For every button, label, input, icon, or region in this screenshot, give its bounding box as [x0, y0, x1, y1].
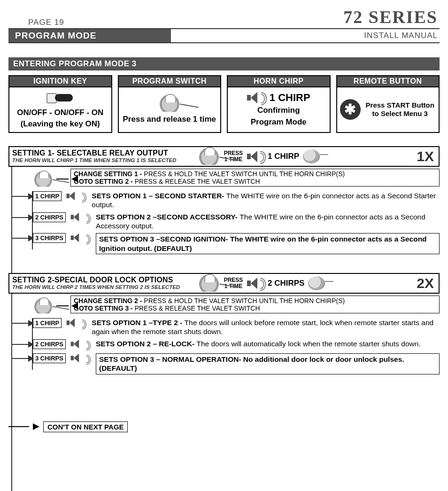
- option-text: SETS OPTION 3 – NORMAL OPERATION- No add…: [96, 353, 440, 374]
- option-row: 1 CHIRP SETS OPTION 1 – SECOND STARTER- …: [33, 191, 440, 210]
- mode-band: PROGRAM MODE: [8, 29, 171, 42]
- speaker-icon: [247, 151, 259, 162]
- soundwave-icon: [82, 192, 87, 201]
- program-switch-caption: Press and release 1 time: [123, 115, 216, 124]
- speaker-icon: [67, 191, 77, 200]
- option-chirp-tag: 2 CHIRPS: [33, 339, 66, 349]
- doc-type: INSTALL MANUAL: [364, 31, 440, 40]
- setting-title: SETTING 2-SPECIAL DOOR LOCK OPTIONS: [12, 276, 195, 284]
- horn-chirp-count: 1 CHIRP: [270, 92, 310, 104]
- valet-switch-icon: [199, 148, 219, 165]
- step-header: HORN CHIRP: [228, 76, 330, 87]
- soundwave-icon: [82, 319, 87, 328]
- speaker-icon: [247, 278, 259, 289]
- setting-options: 1 CHIRP SETS OPTION 1 –TYPE 2 - The door…: [33, 318, 440, 374]
- step-program-switch: PROGRAM SWITCH Press and release 1 time: [118, 75, 222, 133]
- soundwave-icon: [260, 151, 267, 162]
- option-text: SETS OPTION 2 – RE-LOCK- The doors will …: [96, 339, 440, 348]
- speaker-icon: [71, 339, 81, 348]
- valet-switch-icon: [34, 171, 53, 187]
- setting-title: SETTING 1- SELECTABLE RELAY OUTPUT: [12, 149, 195, 157]
- setting-header: SETTING 1- SELECTABLE RELAY OUTPUT THE H…: [8, 146, 440, 167]
- option-chirp-tag: 2 CHIRPS: [33, 212, 66, 222]
- step-header: PROGRAM SWITCH: [119, 76, 221, 87]
- section-title: ENTERING PROGRAM MODE 3: [8, 57, 440, 70]
- settings-tree: SETTING 1- SELECTABLE RELAY OUTPUT THE H…: [11, 146, 440, 491]
- soundwave-icon: [261, 92, 268, 103]
- arrow-right-icon: [28, 193, 34, 200]
- option-text: SETS OPTION 2 –SECOND ACCESSORY- The WHI…: [96, 212, 440, 231]
- key-icon: [46, 91, 74, 104]
- arrow-right-icon: [33, 423, 39, 430]
- remote-start-icon: ✱: [340, 99, 361, 120]
- remote-ball-icon: [303, 149, 320, 164]
- ignition-line2: (Leaving the key ON): [21, 119, 100, 129]
- press-label: PRESS1 TIME: [220, 150, 247, 163]
- arrow-right-icon: [28, 235, 34, 242]
- option-row: 3 CHIRPS SETS OPTION 3 –SECOND IGNITION-…: [33, 233, 440, 254]
- option-text: SETS OPTION 1 – SECOND STARTER- The WHIT…: [92, 191, 440, 210]
- arrow-right-icon: [28, 341, 34, 348]
- arrow-right-icon: [28, 320, 34, 327]
- step-remote-button: REMOTE BUTTON ✱ Press START Button to Se…: [336, 75, 440, 133]
- valet-switch-icon: [34, 298, 53, 313]
- setting-subtitle: THE HORN WILL CHIRP 2 TIMES WHEN SETTING…: [12, 284, 195, 290]
- arrow-right-icon: [28, 355, 34, 362]
- arrow-line: [56, 305, 69, 306]
- arrow-right-icon: [28, 214, 34, 221]
- option-row: 2 CHIRPS SETS OPTION 2 – RE-LOCK- The do…: [33, 339, 440, 351]
- arrow-line: [56, 179, 69, 179]
- arrow-line: [8, 426, 29, 427]
- speaker-icon: [247, 92, 259, 103]
- valet-switch-icon: [159, 95, 180, 112]
- setting-header: SETTING 2-SPECIAL DOOR LOCK OPTIONS THE …: [8, 273, 440, 294]
- soundwave-icon: [260, 278, 267, 289]
- count-label: 1X: [417, 148, 434, 164]
- setting-options: 1 CHIRP SETS OPTION 1 – SECOND STARTER- …: [33, 191, 440, 254]
- continue-label: CON'T ON NEXT PAGE: [43, 421, 128, 432]
- chirp-label: 2 CHIRPS: [268, 279, 304, 288]
- chirp-label: 1 CHIRP: [268, 152, 299, 161]
- change-instructions: CHANGE SETTING 1 - PRESS & HOLD THE VALE…: [70, 169, 440, 187]
- soundwave-icon: [86, 340, 91, 349]
- speaker-icon: [71, 353, 81, 362]
- option-text: SETS OPTION 3 –SECOND IGNITION- The WHIT…: [96, 233, 440, 254]
- step-header: IGNITION KEY: [9, 76, 111, 87]
- remote-ball-icon: [308, 276, 325, 290]
- change-instructions: CHANGE SETTING 2 - PRESS & HOLD THE VALE…: [70, 296, 440, 313]
- step-ignition-key: IGNITION KEY ON/OFF - ON/OFF - ON (Leavi…: [8, 75, 112, 133]
- soundwave-icon: [86, 354, 91, 363]
- speaker-icon: [71, 212, 81, 221]
- continue-next-page: CON'T ON NEXT PAGE: [8, 421, 440, 432]
- horn-chirp-line1: Confirming: [257, 106, 300, 115]
- series-title: 72 SERIES: [343, 7, 438, 27]
- step-header: REMOTE BUTTON: [337, 76, 439, 87]
- page-number: PAGE 19: [28, 18, 64, 27]
- speaker-icon: [67, 318, 77, 327]
- count-label: 2X: [417, 275, 434, 291]
- press-label: PRESS1 TIME: [220, 277, 247, 289]
- remote-button-text: Press START Button to Select Menu 3: [364, 101, 436, 118]
- option-row: 3 CHIRPS SETS OPTION 3 – NORMAL OPERATIO…: [33, 353, 440, 374]
- soundwave-icon: [86, 213, 91, 222]
- option-row: 2 CHIRPS SETS OPTION 2 –SECOND ACCESSORY…: [33, 212, 440, 231]
- option-chirp-tag: 3 CHIRPS: [33, 353, 66, 363]
- option-chirp-tag: 3 CHIRPS: [33, 233, 66, 243]
- soundwave-icon: [86, 234, 91, 243]
- option-row: 1 CHIRP SETS OPTION 1 –TYPE 2 - The door…: [33, 318, 440, 336]
- option-text: SETS OPTION 1 –TYPE 2 - The doors will u…: [92, 318, 440, 336]
- ignition-line1: ON/OFF - ON/OFF - ON: [17, 108, 103, 117]
- step-horn-chirp: HORN CHIRP 1 CHIRP Confirming Program Mo…: [227, 75, 331, 133]
- horn-chirp-line2: Program Mode: [251, 117, 307, 127]
- valet-switch-icon: [199, 275, 219, 292]
- speaker-icon: [71, 234, 81, 242]
- setting-subtitle: THE HORN WILL CHIRP 1 TIME WHEN SETTING …: [12, 157, 195, 163]
- option-chirp-tag: 1 CHIRP: [33, 318, 62, 328]
- entering-steps: IGNITION KEY ON/OFF - ON/OFF - ON (Leavi…: [8, 75, 440, 133]
- option-chirp-tag: 1 CHIRP: [33, 191, 62, 201]
